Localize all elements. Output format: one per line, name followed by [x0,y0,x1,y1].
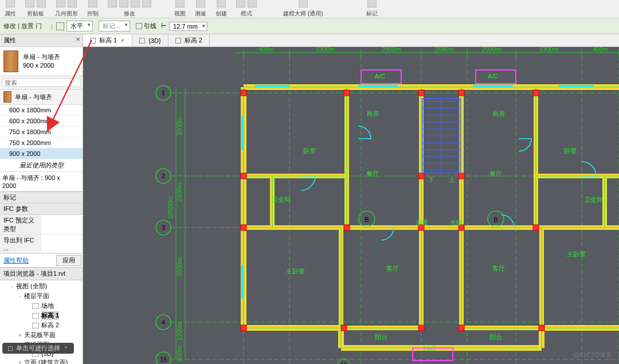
ribbon-group-create[interactable]: 创建 [216,0,227,18]
svg-text:上: 上 [449,176,455,183]
svg-text:餐厅: 餐厅 [489,170,502,177]
tag-button[interactable]: 标记... [99,21,130,32]
ribbon-group-measure[interactable]: 测量 [195,0,206,18]
door-mini-icon [3,91,11,103]
svg-rect-110 [241,325,246,331]
svg-text:3900m: 3900m [176,116,183,136]
svg-text:厨房: 厨房 [366,110,379,117]
tree-item[interactable]: 标高 2 [1,320,81,330]
svg-text:下: 下 [428,176,434,183]
copy-icon[interactable] [119,0,128,7]
type-option-selected[interactable]: 900 x 2000 [0,148,83,159]
tree-item[interactable]: +天花板平面 [1,330,81,340]
chevron-up-icon[interactable]: ⌃ [64,346,68,351]
svg-text:2400m: 2400m [176,182,183,202]
tag-icon[interactable] [367,0,377,7]
svg-rect-102 [241,173,246,179]
svg-text:1200m: 1200m [176,321,183,340]
tab-level1[interactable]: 标高 1✕ [83,34,132,46]
close-icon[interactable]: ✕ [76,36,80,42]
svg-text:厨房: 厨房 [492,110,505,117]
sidebar: 属性 ✕ 单扇 - 与墙齐 900 x 2000 单扇 - 与墙齐 600 x … [0,34,83,364]
prop-label: IFC 预定义类型 [0,215,41,234]
level-dropdown[interactable]: 水平 [66,21,93,32]
svg-text:客厅: 客厅 [492,265,505,272]
ribbon-group-master[interactable]: 建模大师 (通用) [283,0,323,18]
search-input[interactable] [2,78,81,87]
close-icon[interactable]: ✕ [120,38,125,44]
ribbon-group-modify[interactable]: 修改 [108,0,151,18]
move-icon[interactable] [108,0,117,7]
ribbon: 属性 剪贴板 几何图形 控制 修改 视图 测量 创建 模式 建模大师 (通用) … [0,0,619,18]
prop-value[interactable] [41,235,83,253]
tree-item[interactable]: -楼层平面 [1,291,81,301]
load-icon[interactable] [236,0,245,7]
view-icon[interactable] [175,0,185,7]
paste-icon[interactable] [25,0,34,7]
ribbon-group-control[interactable]: 控制 [87,0,99,18]
join-icon[interactable] [56,0,65,7]
dropdown-family-header[interactable]: 单扇 - 与墙齐 [0,89,83,105]
type-option[interactable]: 750 x 2000mm [0,138,83,148]
tree-item[interactable]: +立面 (建筑立面) [1,358,81,364]
view-icon [139,38,145,44]
prop-value[interactable] [41,215,83,234]
measure-icon[interactable] [196,0,205,7]
properties-icon[interactable] [6,0,15,7]
svg-text:600m: 600m [176,345,183,361]
type-option[interactable]: 600 x 1800mm [0,105,83,116]
door-preview-icon [3,50,18,72]
type-name: 900 x 2000 [23,61,60,70]
svg-text:客厅: 客厅 [386,265,399,272]
tab-3d[interactable]: {3D} [132,34,168,46]
family-name: 单扇 - 与墙齐 [23,53,60,61]
svg-text:2: 2 [162,173,165,179]
apply-button[interactable]: 应用 [56,255,81,266]
drawing-canvas[interactable]: 400m3300m2900m2680m2900m3300m400m1234153… [83,47,619,364]
svg-rect-100 [459,90,464,96]
ribbon-group-tag[interactable]: 标记 [366,0,378,18]
type-option[interactable]: 600 x 2000mm [0,116,83,127]
svg-rect-101 [533,90,539,96]
properties-panel-header: 属性 ✕ [0,34,83,47]
connect-icon[interactable] [68,0,77,7]
level-icon[interactable] [56,22,64,30]
svg-text:阳台: 阳台 [489,334,502,340]
cut-icon[interactable] [37,0,46,7]
ribbon-group-geometry[interactable]: 几何图形 [55,0,78,18]
create-icon[interactable] [217,0,226,7]
activate-icon[interactable] [88,0,97,7]
ribbon-group-view[interactable]: 视图 [174,0,186,18]
master-icon[interactable] [299,0,308,7]
svg-text:B: B [493,216,497,223]
type-dropdown[interactable]: 单扇 - 与墙齐 600 x 1800mm 600 x 2000mm 750 x… [0,89,83,192]
svg-text:主卧室: 主卧室 [567,251,586,257]
svg-text:水暖: 水暖 [450,219,463,226]
props-section-tag: 标记 [0,192,83,203]
svg-text:400m: 400m [593,47,609,53]
svg-text:主卧室: 主卧室 [286,268,305,275]
ribbon-group-properties[interactable]: 属性 [5,0,16,18]
view-icon [90,38,96,44]
prop-label: 导出到 IFC ... [0,235,41,253]
svg-text:3900m: 3900m [176,257,183,276]
trim-icon[interactable] [142,0,151,7]
svg-text:10500m: 10500m [167,196,174,219]
recent-type-item[interactable]: 单扇 - 与墙齐 : 900 x 2000 [0,172,83,191]
tab-level2[interactable]: 标高 2 [169,34,210,46]
model-icon[interactable] [248,0,257,7]
ribbon-group-clipboard[interactable]: 剪贴板 [25,0,46,18]
type-selector[interactable]: 单扇 - 与墙齐 900 x 2000 [0,47,83,76]
context-label: 修改 | 放置 门 [3,22,42,30]
tree-item[interactable]: 场地 [1,301,81,311]
ribbon-group-mode[interactable]: 模式 [236,0,257,18]
recent-types-label: 最近使用的类型 [0,159,83,172]
properties-help-link[interactable]: 属性帮助 [0,255,32,267]
rotate-icon[interactable] [131,0,140,7]
leader-value[interactable]: 12.7 mm [169,22,207,31]
tree-item[interactable]: -视图 (全部) [1,281,81,291]
tree-item[interactable]: 标高 1 [1,311,81,320]
type-option[interactable]: 750 x 1800mm [0,127,83,138]
svg-text:水暖: 水暖 [416,219,428,226]
leader-checkbox[interactable] [136,23,142,29]
